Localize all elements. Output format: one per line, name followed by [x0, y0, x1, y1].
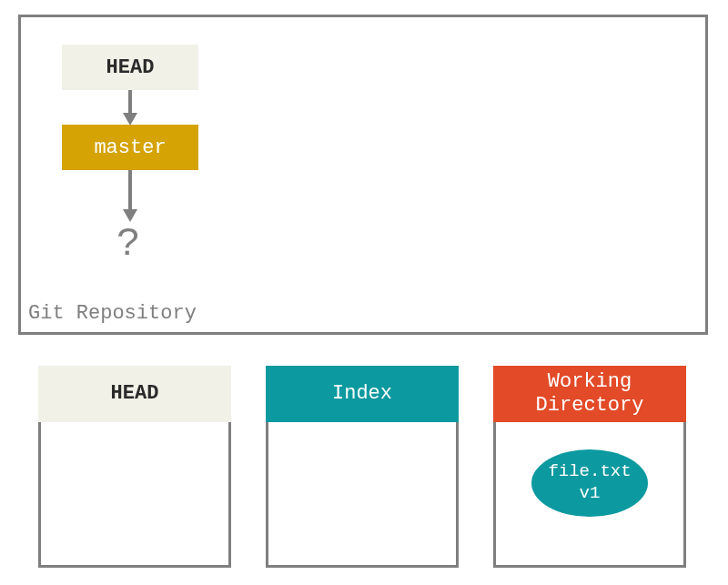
index-column-title: Index	[332, 382, 392, 406]
arrow-head-to-master	[127, 90, 133, 125]
head-column-body	[38, 422, 231, 568]
head-column-title: HEAD	[111, 382, 159, 406]
index-column-body	[266, 422, 459, 568]
index-column: Index	[266, 366, 459, 573]
head-column-header: HEAD	[38, 366, 231, 422]
file-blob: file.txt v1	[531, 449, 648, 517]
working-directory-column: Working Directory file.txt v1	[493, 366, 686, 573]
unknown-commit-placeholder: ?	[116, 221, 140, 267]
working-directory-column-body: file.txt v1	[493, 422, 686, 568]
git-repository-container: HEAD master ? Git Repository	[18, 15, 708, 335]
head-ref-label: HEAD	[106, 56, 155, 79]
index-column-header: Index	[266, 366, 459, 422]
head-ref-box: HEAD	[62, 45, 198, 90]
master-branch-box: master	[62, 125, 198, 170]
file-version: v1	[580, 483, 601, 505]
master-branch-label: master	[94, 136, 166, 159]
arrow-master-to-commit	[127, 170, 133, 225]
file-name: file.txt	[548, 461, 631, 483]
head-column: HEAD	[38, 366, 231, 573]
working-directory-column-header: Working Directory	[493, 366, 686, 422]
working-directory-column-title: Working Directory	[536, 370, 644, 419]
git-repository-label: Git Repository	[28, 302, 197, 325]
